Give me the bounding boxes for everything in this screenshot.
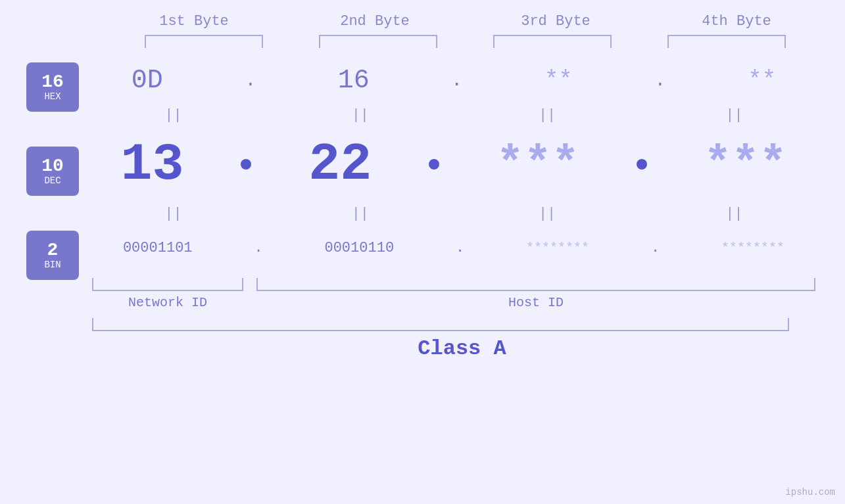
bin-byte-3: ********: [526, 241, 589, 256]
network-bracket: [92, 278, 243, 291]
byte-header-2: 2nd Byte: [309, 13, 441, 30]
class-label: Class A: [92, 336, 832, 361]
hex-number: 16: [41, 73, 64, 91]
hex-byte-1: 0D: [132, 66, 163, 95]
dec-byte-1: 13: [120, 135, 183, 195]
byte-bracket-2: [319, 35, 437, 48]
main-container: 1st Byte 2nd Byte 3rd Byte 4th Byte 16 H…: [0, 0, 845, 504]
dec-badge: 10 DEC: [26, 147, 79, 196]
base-labels-column: 16 HEX 10 DEC 2 BIN: [0, 56, 92, 361]
byte-header-4: 4th Byte: [671, 13, 802, 30]
byte-header-3: 3rd Byte: [490, 13, 621, 30]
bin-byte-4: ********: [721, 241, 785, 256]
hex-byte-3: **: [544, 67, 573, 94]
hex-dot-2: .: [451, 70, 462, 91]
bin-dot-2: .: [456, 240, 464, 256]
hex-byte-4: **: [748, 67, 776, 94]
dec-row: 13 22 *** ***: [92, 125, 815, 204]
eq1-2: ||: [285, 107, 436, 124]
bin-byte-2: 00010110: [324, 240, 394, 256]
hex-name: HEX: [44, 91, 60, 102]
dec-dot-2: [429, 159, 439, 170]
watermark: ipshu.com: [785, 487, 835, 497]
host-id-label: Host ID: [256, 295, 815, 310]
dec-number: 10: [41, 157, 64, 175]
eq1-4: ||: [658, 107, 809, 124]
network-id-label: Network ID: [92, 295, 243, 310]
eq2-4: ||: [658, 206, 809, 222]
bin-dot-1: .: [254, 240, 262, 256]
byte-bracket-1: [145, 35, 263, 48]
bin-badge: 2 BIN: [26, 231, 79, 280]
bin-name: BIN: [44, 260, 60, 270]
hex-byte-2: 16: [338, 66, 370, 95]
eq2-3: ||: [471, 206, 623, 222]
bottom-brackets: [92, 278, 815, 291]
byte-bracket-3: [493, 35, 612, 48]
eq1-1: ||: [98, 107, 249, 124]
dec-dot-3: [637, 159, 647, 170]
equals-row-2: || || || ||: [92, 204, 815, 223]
dec-name: DEC: [44, 175, 60, 186]
byte-header-1: 1st Byte: [128, 13, 260, 30]
eq2-2: ||: [285, 206, 436, 222]
host-bracket: [256, 278, 815, 291]
eq2-1: ||: [98, 206, 249, 222]
equals-row-1: || || || ||: [92, 105, 815, 125]
hex-badge: 16 HEX: [26, 62, 79, 112]
dec-byte-4: ***: [704, 139, 787, 191]
hex-dot-1: .: [245, 70, 256, 91]
bin-row: 00001101 . 00010110 . ******** . *******…: [92, 223, 815, 273]
hex-row: 0D . 16 . ** . **: [92, 56, 815, 105]
dec-byte-2: 22: [308, 135, 372, 195]
bin-number: 2: [47, 241, 59, 260]
bin-dot-3: .: [651, 240, 660, 256]
bin-byte-1: 00001101: [123, 240, 193, 256]
byte-bracket-4: [667, 35, 786, 48]
hex-dot-3: .: [655, 70, 666, 91]
class-bracket: [92, 318, 789, 331]
eq1-3: ||: [471, 107, 623, 124]
id-labels: Network ID Host ID: [92, 295, 815, 310]
dec-byte-3: ***: [496, 139, 579, 191]
dec-dot-1: [241, 159, 251, 170]
